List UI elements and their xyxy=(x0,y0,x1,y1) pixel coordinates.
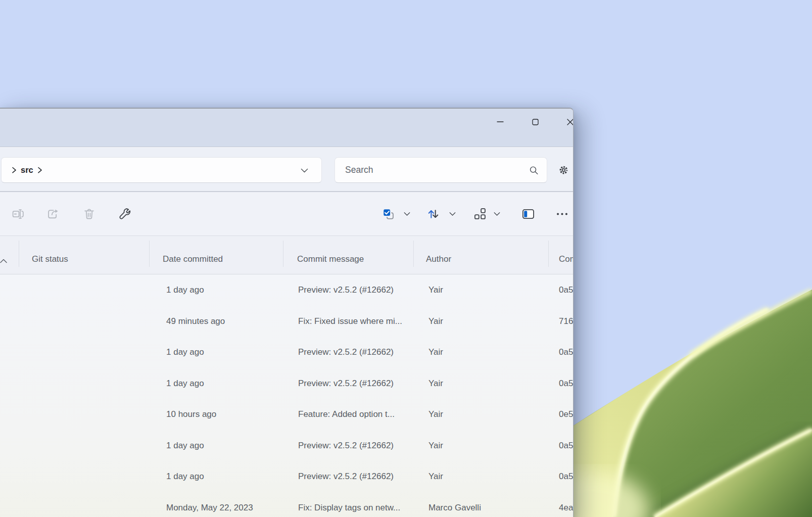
cell-hash: 0a5 xyxy=(559,274,574,306)
column-header-date-committed[interactable]: Date committed xyxy=(163,254,223,264)
files-app-window: src xyxy=(0,108,574,517)
cell-message: Preview: v2.5.2 (#12662) xyxy=(298,274,422,306)
cell-message: Fix: Fixed issue where mi... xyxy=(298,306,422,337)
close-button[interactable] xyxy=(558,112,574,132)
cell-message: Fix: Display tags on netw... xyxy=(298,492,422,517)
search-icon xyxy=(528,164,540,178)
close-icon xyxy=(567,119,574,125)
column-header-commit-hash[interactable]: Com xyxy=(559,254,574,264)
toolbar xyxy=(0,192,573,236)
cell-message: Preview: v2.5.2 (#12662) xyxy=(298,368,422,399)
commit-row[interactable]: 1 day ago Preview: v2.5.2 (#12662) Yair … xyxy=(0,461,573,492)
more-options-button[interactable] xyxy=(551,203,573,225)
minimize-button[interactable] xyxy=(488,112,512,132)
column-separator[interactable] xyxy=(413,241,414,267)
cell-git-status xyxy=(32,274,143,306)
cell-git-status xyxy=(32,337,143,368)
ellipsis-icon xyxy=(555,207,569,221)
breadcrumb-item-src[interactable]: src xyxy=(20,165,34,175)
cell-author: Yair xyxy=(428,461,542,492)
commit-row[interactable]: 10 hours ago Feature: Added option t... … xyxy=(0,399,573,430)
cell-author: Marco Gavelli xyxy=(428,492,542,517)
rename-button[interactable] xyxy=(7,203,29,225)
wrench-icon xyxy=(118,207,131,221)
cell-author: Yair xyxy=(428,274,542,306)
address-bar[interactable]: src xyxy=(1,157,322,183)
layout-icon xyxy=(473,207,487,221)
cell-hash: 0a5 xyxy=(559,430,574,461)
column-header-author[interactable]: Author xyxy=(426,254,451,264)
titlebar[interactable] xyxy=(0,109,573,147)
trash-icon xyxy=(82,207,96,221)
cell-git-status xyxy=(32,492,143,517)
cell-date: 10 hours ago xyxy=(166,399,293,430)
tools-button[interactable] xyxy=(113,203,135,225)
sort-button[interactable] xyxy=(422,203,444,225)
cell-author: Yair xyxy=(428,368,542,399)
settings-button[interactable] xyxy=(553,159,574,181)
cell-hash: 0a5 xyxy=(559,368,574,399)
column-header-commit-message[interactable]: Commit message xyxy=(297,254,364,264)
column-separator[interactable] xyxy=(149,241,150,267)
cell-message: Feature: Added option t... xyxy=(298,399,422,430)
cell-date: 49 minutes ago xyxy=(166,306,293,337)
commit-row[interactable]: Monday, May 22, 2023 Fix: Display tags o… xyxy=(0,492,573,517)
commit-row[interactable]: 1 day ago Preview: v2.5.2 (#12662) Yair … xyxy=(0,274,573,306)
cell-author: Yair xyxy=(428,337,542,368)
cell-git-status xyxy=(32,399,143,430)
cell-date: Monday, May 22, 2023 xyxy=(166,492,293,517)
preview-pane-icon xyxy=(521,207,535,221)
sort-ascending-icon xyxy=(0,256,8,265)
minimize-icon xyxy=(497,119,504,125)
search-input[interactable] xyxy=(335,158,547,182)
cell-date: 1 day ago xyxy=(166,430,293,461)
cell-date: 1 day ago xyxy=(166,274,293,306)
rename-icon xyxy=(11,207,25,221)
commit-row[interactable]: 1 day ago Preview: v2.5.2 (#12662) Yair … xyxy=(0,337,573,368)
cell-git-status xyxy=(32,368,143,399)
column-separator[interactable] xyxy=(283,241,283,267)
search-box xyxy=(335,157,547,183)
chevron-down-icon xyxy=(493,211,501,217)
cell-date: 1 day ago xyxy=(166,368,293,399)
cell-message: Preview: v2.5.2 (#12662) xyxy=(298,461,422,492)
sort-icon xyxy=(426,207,440,221)
cell-author: Yair xyxy=(428,399,542,430)
delete-button[interactable] xyxy=(78,203,100,225)
chevron-right-icon[interactable] xyxy=(12,167,17,173)
column-header-git-status[interactable]: Git status xyxy=(32,254,68,264)
layout-dropdown-button[interactable] xyxy=(490,203,503,225)
cell-hash: 0a5 xyxy=(559,461,574,492)
cell-hash: 4ea xyxy=(559,492,574,517)
column-separator[interactable] xyxy=(548,241,549,267)
share-icon xyxy=(46,207,60,221)
layout-button[interactable] xyxy=(469,203,491,225)
cell-date: 1 day ago xyxy=(166,337,293,368)
multiselect-dropdown-button[interactable] xyxy=(400,203,413,225)
sort-dropdown-button[interactable] xyxy=(446,203,459,225)
multiselect-button[interactable] xyxy=(377,203,399,225)
commit-row[interactable]: 49 minutes ago Fix: Fixed issue where mi… xyxy=(0,306,573,337)
gear-icon xyxy=(557,163,570,177)
address-dropdown-button[interactable] xyxy=(295,158,313,182)
share-button[interactable] xyxy=(41,203,64,225)
chevron-down-icon xyxy=(300,167,309,174)
column-separator[interactable] xyxy=(19,241,19,267)
maximize-icon xyxy=(532,119,539,125)
commit-row[interactable]: 1 day ago Preview: v2.5.2 (#12662) Yair … xyxy=(0,368,573,399)
chevron-down-icon xyxy=(449,211,456,217)
table-header: Git status Date committed Commit message… xyxy=(0,236,573,274)
cell-date: 1 day ago xyxy=(166,461,293,492)
chevron-down-icon xyxy=(403,211,411,217)
cell-git-status xyxy=(32,430,143,461)
cell-author: Yair xyxy=(428,430,542,461)
address-row: src xyxy=(0,148,573,192)
preview-pane-button[interactable] xyxy=(517,203,539,225)
cell-hash: 0e5 xyxy=(559,399,574,430)
file-list: 1 day ago Preview: v2.5.2 (#12662) Yair … xyxy=(0,274,573,517)
maximize-button[interactable] xyxy=(523,112,547,132)
cell-hash: 716 xyxy=(559,306,574,337)
cell-hash: 0a5 xyxy=(559,337,574,368)
commit-row[interactable]: 1 day ago Preview: v2.5.2 (#12662) Yair … xyxy=(0,430,573,461)
chevron-right-icon[interactable] xyxy=(37,167,42,173)
